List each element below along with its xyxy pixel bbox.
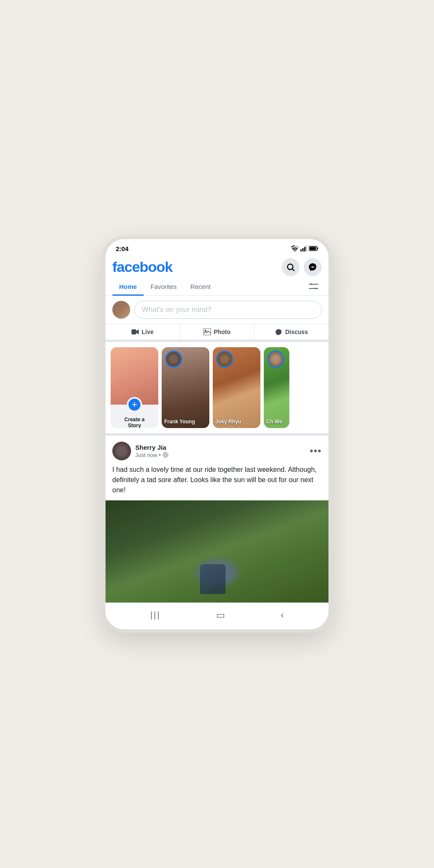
- story-ch[interactable]: Ch We: [264, 347, 289, 428]
- post-user-info: Sherry Jia Just now •: [135, 444, 306, 458]
- tab-recent[interactable]: Recent: [183, 278, 217, 295]
- svg-rect-2: [304, 247, 306, 251]
- status-time: 2:04: [116, 245, 128, 252]
- svg-rect-3: [306, 246, 308, 251]
- post-timestamp: Just now: [135, 452, 157, 458]
- svg-rect-0: [300, 249, 302, 251]
- post-author-avatar: [112, 442, 131, 460]
- home-button[interactable]: ▭: [216, 610, 225, 621]
- composer-input[interactable]: What's on your mind?: [134, 301, 322, 319]
- story-joey[interactable]: Joey Rhyu: [213, 347, 260, 428]
- phone-frame: 2:04 facebook: [102, 236, 332, 633]
- discuss-button[interactable]: Discuss: [254, 324, 328, 340]
- post-header: Sherry Jia Just now • •••: [106, 436, 328, 465]
- post-meta: Just now •: [135, 452, 306, 458]
- status-icons: [291, 246, 318, 251]
- svg-line-8: [292, 269, 294, 271]
- story-ch-avatar-ring: [267, 351, 284, 368]
- back-button[interactable]: ‹: [280, 610, 283, 621]
- story-ch-name: Ch We: [266, 419, 287, 425]
- create-story-avatar-image: [111, 347, 158, 405]
- header-icons: [282, 258, 322, 276]
- post-image: [106, 500, 328, 602]
- story-frank-avatar: [166, 352, 181, 366]
- image-icon: [203, 328, 211, 335]
- svg-rect-15: [131, 329, 136, 334]
- post-actions: Live Photo Discuss: [106, 324, 328, 342]
- story-joey-avatar: [217, 352, 232, 366]
- live-button[interactable]: Live: [106, 324, 180, 340]
- post-composer: What's on your mind?: [106, 296, 328, 324]
- search-icon: [286, 263, 295, 272]
- photo-button[interactable]: Photo: [180, 324, 254, 340]
- tab-favorites[interactable]: Favorites: [144, 278, 184, 295]
- story-ch-avatar: [268, 352, 283, 366]
- bottom-nav-bar: ||| ▭ ‹: [106, 602, 328, 629]
- status-bar: 2:04: [106, 239, 328, 256]
- svg-rect-1: [303, 248, 304, 251]
- post-separator: •: [159, 452, 161, 458]
- post-content-text: I had such a lovely time at our ride tog…: [106, 465, 328, 500]
- create-story-card[interactable]: + Create a Story: [111, 347, 158, 428]
- story-joey-name: Joey Rhyu: [215, 419, 258, 425]
- nav-tabs: Home Favorites Recent: [106, 278, 328, 296]
- discuss-icon: [275, 328, 283, 335]
- post-more-button[interactable]: •••: [310, 446, 322, 456]
- video-icon: [131, 329, 139, 335]
- facebook-logo: facebook: [112, 259, 172, 275]
- filter-button[interactable]: [306, 279, 322, 294]
- recents-button[interactable]: |||: [150, 610, 161, 620]
- stories-section: + Create a Story Frank Young Joey Rhyu: [106, 342, 328, 436]
- story-frank[interactable]: Frank Young: [162, 347, 209, 428]
- battery-icon: [309, 246, 318, 251]
- add-story-icon: +: [127, 397, 142, 412]
- post-privacy-icon: [163, 452, 168, 458]
- filter-icon: [309, 283, 318, 290]
- story-frank-name: Frank Young: [164, 419, 207, 425]
- messenger-icon: [308, 263, 317, 272]
- create-story-bg: +: [111, 347, 158, 405]
- composer-avatar-image: [112, 301, 130, 319]
- tab-home[interactable]: Home: [112, 278, 144, 295]
- messenger-button[interactable]: [304, 258, 322, 276]
- story-joey-avatar-ring: [216, 351, 233, 368]
- app-header: facebook: [106, 256, 328, 276]
- story-frank-avatar-ring: [165, 351, 182, 368]
- search-button[interactable]: [282, 258, 300, 276]
- composer-avatar: [112, 301, 130, 319]
- post-username[interactable]: Sherry Jia: [135, 444, 306, 451]
- signal-icon: [300, 246, 307, 251]
- feed-post: Sherry Jia Just now • ••• I had such a l…: [106, 436, 328, 602]
- svg-rect-6: [310, 247, 316, 250]
- svg-rect-5: [317, 248, 318, 250]
- wifi-icon: [291, 246, 299, 251]
